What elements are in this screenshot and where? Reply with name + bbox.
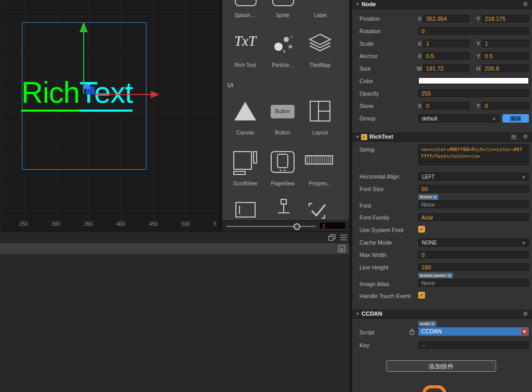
max-width-input[interactable]: 0 <box>418 251 529 259</box>
size-label: Size <box>360 65 370 72</box>
splash-icon[interactable] <box>235 0 257 6</box>
group-label: Group <box>360 115 376 121</box>
external-link-icon[interactable]: ↗ <box>447 274 451 278</box>
palette-item-pageview[interactable]: PageView <box>266 181 299 186</box>
font-size-input[interactable]: 50 <box>418 185 529 193</box>
palette-item-particle[interactable]: Particle... <box>266 62 299 68</box>
toggle-icon[interactable] <box>308 201 329 219</box>
palette-item-scrollview[interactable]: ScrollView <box>229 181 262 186</box>
x-axis-label: X <box>418 53 421 59</box>
panel-menu-icon[interactable] <box>340 235 347 240</box>
collapse-arrow-icon[interactable]: ▼ <box>355 2 360 7</box>
gear-icon[interactable]: ⚙ <box>523 310 528 317</box>
font-family-input[interactable]: Arial <box>418 213 529 221</box>
rotation-input[interactable]: 0 <box>418 27 529 35</box>
component-doc-icon[interactable]: ▤ <box>511 133 516 140</box>
font-asset-field[interactable]: None <box>418 200 529 208</box>
ruler-tick: 400 <box>116 221 125 227</box>
color-swatch[interactable] <box>418 77 529 84</box>
richtext-icon[interactable]: TxT <box>229 33 262 49</box>
rotation-label: Rotation <box>360 28 381 34</box>
skew-x-input[interactable]: 0 <box>423 102 470 110</box>
horizontal-align-label: Horizontal Align <box>360 173 399 180</box>
cache-mode-dropdown[interactable]: NONE ▼ <box>418 238 529 247</box>
line-height-input[interactable]: 180 <box>418 263 529 271</box>
float-panel-icon[interactable] <box>328 234 336 241</box>
scrollview-icon[interactable] <box>232 150 259 177</box>
ttf-font-tag[interactable]: ttf-font↗ <box>418 194 438 200</box>
button-icon[interactable]: Button <box>271 105 295 118</box>
handle-touch-event-checkbox[interactable]: ✓ <box>418 292 425 299</box>
palette-item-button[interactable]: Button <box>266 130 299 136</box>
zoom-value-input[interactable]: 1 <box>319 222 346 229</box>
clear-script-button[interactable]: × <box>521 328 528 335</box>
canvas-icon[interactable] <box>233 99 258 124</box>
y-axis-arrow-icon <box>79 22 88 32</box>
size-h-input[interactable]: 226.8 <box>482 64 529 72</box>
richtext-section-header[interactable]: ▼ ✓ RichText ▤ ⚙ <box>352 132 532 142</box>
dock-panel-icon[interactable] <box>338 245 345 252</box>
sprite-icon[interactable] <box>272 0 294 6</box>
progressbar-icon[interactable] <box>304 154 335 166</box>
node-section-header[interactable]: ▼ Node ⚙ <box>352 0 532 9</box>
lock-icon <box>409 328 415 335</box>
palette-item-layout[interactable]: Layout <box>303 130 337 136</box>
horizontal-align-dropdown[interactable]: LEFT ▼ <box>418 172 529 181</box>
gear-icon[interactable]: ⚙ <box>523 1 528 8</box>
add-component-button[interactable]: 添加组件 <box>386 360 496 372</box>
slider-icon[interactable] <box>274 198 293 219</box>
particle-icon[interactable] <box>271 31 296 56</box>
key-field[interactable]: -- <box>418 341 529 349</box>
tiledmap-icon[interactable] <box>308 31 332 56</box>
scale-y-input[interactable]: 1 <box>482 39 529 47</box>
palette-item-progress[interactable]: Progres... <box>303 181 337 186</box>
position-x-input[interactable]: 352.354 <box>423 15 470 22</box>
external-link-icon[interactable]: ↗ <box>433 195 437 199</box>
position-y-input[interactable]: 218.175 <box>482 15 529 22</box>
scene-view[interactable]: RichText 250 300 350 400 450 500 5 <box>0 0 218 231</box>
bottom-panel-header[interactable] <box>0 243 349 254</box>
zoom-slider-handle[interactable] <box>294 223 300 230</box>
transform-gizmo[interactable] <box>0 0 218 231</box>
size-w-input[interactable]: 191.72 <box>423 64 470 72</box>
x-axis-arrow-icon <box>151 91 159 98</box>
palette-item-sprite[interactable]: Sprite <box>266 12 299 18</box>
script-tag[interactable]: script↗ <box>418 321 436 327</box>
font-family-label: Font Family <box>360 214 389 221</box>
script-asset-field[interactable]: CCDAN × <box>418 327 529 336</box>
editbox-icon[interactable] <box>235 201 257 219</box>
anchor-label: Anchor <box>360 53 378 59</box>
group-edit-button[interactable]: 编辑 <box>502 114 529 123</box>
collapse-arrow-icon[interactable]: ▼ <box>355 134 360 139</box>
group-dropdown[interactable]: default ▼ <box>418 114 499 123</box>
use-system-font-checkbox[interactable]: ✓ <box>418 226 425 233</box>
ruler-tick: 350 <box>84 221 93 227</box>
opacity-label: Opacity <box>360 90 379 97</box>
external-link-icon[interactable]: ↗ <box>431 322 435 326</box>
collapse-arrow-icon[interactable]: ▼ <box>355 312 360 316</box>
layout-icon[interactable] <box>308 99 332 124</box>
palette-item-tiledmap[interactable]: TiledMap <box>303 62 337 68</box>
palette-item-label[interactable]: Label <box>303 12 337 18</box>
ccdan-section-title: CCDAN <box>362 310 382 317</box>
palette-item-splash[interactable]: Splash ... <box>229 12 262 18</box>
zoom-slider-track[interactable] <box>227 226 316 227</box>
skew-y-input[interactable]: 0 <box>482 102 529 110</box>
component-enabled-checkbox[interactable]: ✓ <box>361 134 367 140</box>
string-textarea[interactable]: <u><color=#00ff00>Rich</c><color=#0f fff… <box>418 144 529 165</box>
anchor-y-input[interactable]: 0.5 <box>482 52 529 60</box>
skew-label: Skew <box>360 103 374 109</box>
palette-item-richtext[interactable]: Rich Text <box>229 62 262 68</box>
gear-icon[interactable]: ⚙ <box>523 133 528 140</box>
image-atlas-field[interactable]: None <box>418 279 529 287</box>
pageview-icon[interactable] <box>269 150 296 174</box>
script-asset-value: CCDAN <box>421 328 442 334</box>
string-label: String <box>360 146 375 153</box>
texture-packer-tag[interactable]: texture-packer↗ <box>418 273 453 278</box>
palette-item-canvas[interactable]: Canvas <box>229 130 262 136</box>
scale-x-input[interactable]: 1 <box>423 39 470 47</box>
scale-label: Scale <box>360 40 374 47</box>
anchor-x-input[interactable]: 0.5 <box>423 52 470 60</box>
opacity-input[interactable]: 255 <box>418 89 529 97</box>
ccdan-section-header[interactable]: ▼ CCDAN ⚙ <box>352 309 532 319</box>
